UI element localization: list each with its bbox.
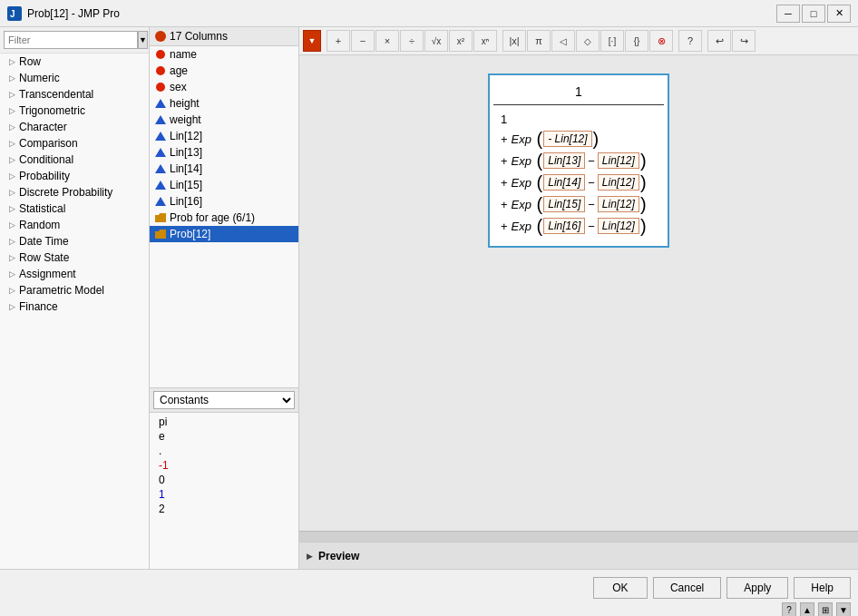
column-item[interactable]: Lin[13]: [150, 144, 298, 161]
minimize-button[interactable]: ─: [776, 5, 800, 23]
inner-6a[interactable]: Lin[16]: [543, 218, 585, 234]
add-btn[interactable]: +: [327, 30, 350, 52]
column-item[interactable]: Prob for age (6/1): [150, 210, 298, 226]
logic-btn[interactable]: ◇: [576, 30, 600, 52]
ok-button[interactable]: OK: [593, 577, 648, 599]
column-item[interactable]: sex: [150, 79, 298, 95]
exp-func-6: Exp: [512, 220, 531, 233]
column-name: Lin[14]: [170, 162, 202, 175]
subtract-btn[interactable]: −: [351, 30, 375, 52]
category-item[interactable]: ▷Numeric: [0, 70, 149, 86]
inner-4b[interactable]: Lin[12]: [598, 174, 639, 191]
bracket-btn[interactable]: [·]: [600, 30, 624, 52]
divide-btn[interactable]: ÷: [400, 30, 424, 52]
category-item[interactable]: ▷Character: [0, 119, 149, 135]
category-item[interactable]: ▷Row: [0, 54, 149, 70]
constant-item[interactable]: 2: [155, 502, 293, 516]
op-5: +: [501, 198, 508, 211]
undo-btn[interactable]: ↩: [707, 30, 731, 52]
constant-item[interactable]: -1: [155, 458, 293, 473]
rparen-2: ): [593, 130, 604, 148]
formula-denominator: 1 + Exp ( - Lin[12] ) +: [493, 105, 664, 242]
category-arrow: ▷: [9, 90, 15, 99]
column-name: Lin[16]: [170, 195, 202, 208]
inner-3a[interactable]: Lin[13]: [543, 152, 585, 169]
constant-item[interactable]: .: [155, 444, 293, 458]
category-arrow: ▷: [9, 73, 15, 83]
apply-button[interactable]: Apply: [726, 577, 788, 599]
inner-5b[interactable]: Lin[12]: [598, 196, 639, 212]
category-item[interactable]: ▷Date Time: [0, 233, 149, 249]
constant-item[interactable]: pi: [155, 415, 293, 429]
inner-5a[interactable]: Lin[15]: [543, 196, 585, 212]
constant-item[interactable]: e: [155, 429, 293, 444]
constant-item[interactable]: 0: [155, 473, 293, 487]
multiply-btn[interactable]: ×: [375, 30, 399, 52]
lparen-4: (: [531, 173, 542, 191]
category-item[interactable]: ▷Conditional: [0, 152, 149, 168]
column-item[interactable]: height: [150, 95, 298, 112]
column-item[interactable]: Prob[12]: [150, 226, 298, 242]
column-item[interactable]: name: [150, 46, 298, 63]
pi-btn[interactable]: π: [527, 30, 551, 52]
formula-scrollbar[interactable]: [299, 531, 858, 542]
category-item[interactable]: ▷Row State: [0, 249, 149, 266]
abs-btn[interactable]: |x|: [502, 30, 526, 52]
minus-6: −: [588, 220, 595, 233]
delete-btn[interactable]: ⊗: [649, 30, 673, 52]
preview-section: ▶ Preview: [299, 542, 858, 569]
inner-4a[interactable]: Lin[14]: [543, 174, 585, 191]
column-item[interactable]: Lin[16]: [150, 193, 298, 210]
column-item[interactable]: Lin[14]: [150, 161, 298, 177]
column-item[interactable]: weight: [150, 112, 298, 128]
column-item[interactable]: age: [150, 63, 298, 79]
category-item[interactable]: ▷Discrete Probability: [0, 184, 149, 200]
category-item[interactable]: ▷Comparison: [0, 135, 149, 152]
close-button[interactable]: ✕: [827, 5, 851, 23]
constants-dropdown[interactable]: Constants: [153, 391, 295, 409]
status-icon-2[interactable]: ▲: [800, 602, 814, 616]
category-item[interactable]: ▷Random: [0, 217, 149, 233]
category-item[interactable]: ▷Assignment: [0, 266, 149, 282]
category-item[interactable]: ▷Transcendental: [0, 86, 149, 103]
sqrt-btn[interactable]: √x: [424, 30, 448, 52]
constant-item[interactable]: 1: [155, 487, 293, 502]
compare-btn[interactable]: ◁: [551, 30, 575, 52]
inner-3b[interactable]: Lin[12]: [598, 152, 639, 169]
inner-2[interactable]: - Lin[12]: [543, 131, 591, 147]
column-item[interactable]: Lin[12]: [150, 128, 298, 144]
category-item[interactable]: ▷Trigonometric: [0, 103, 149, 119]
category-label: Conditional: [19, 153, 73, 166]
help-formula-btn[interactable]: ?: [678, 30, 702, 52]
square-btn[interactable]: x²: [449, 30, 473, 52]
category-item[interactable]: ▷Probability: [0, 168, 149, 184]
column-item[interactable]: Lin[15]: [150, 177, 298, 193]
category-item[interactable]: ▷Finance: [0, 298, 149, 315]
status-icon-1[interactable]: ?: [782, 602, 796, 616]
column-name: Lin[13]: [170, 146, 202, 159]
status-icon-3[interactable]: ⊞: [818, 602, 833, 616]
filter-input[interactable]: [4, 31, 138, 49]
category-item[interactable]: ▷Statistical: [0, 200, 149, 217]
formula-mode-btn[interactable]: ▼: [303, 30, 321, 52]
script-btn[interactable]: {}: [625, 30, 648, 52]
formula-display-area[interactable]: 1 1 + Exp ( - Lin[12]: [299, 55, 858, 531]
category-arrow: ▷: [9, 204, 15, 213]
inner-6b[interactable]: Lin[12]: [598, 218, 639, 234]
formula-denom-row-5: + Exp ( Lin[15] − Lin[12] ): [501, 193, 657, 215]
help-button[interactable]: Help: [794, 577, 851, 599]
filter-arrow-btn[interactable]: ▼: [138, 31, 148, 49]
category-arrow: ▷: [9, 253, 15, 262]
maximize-button[interactable]: □: [802, 5, 825, 23]
status-icon-4[interactable]: ▼: [836, 602, 851, 616]
red-circle-icon: [155, 65, 166, 76]
preview-toggle[interactable]: ▶: [307, 552, 313, 561]
columns-header-label: 17 Columns: [170, 30, 228, 43]
cancel-button[interactable]: Cancel: [653, 577, 721, 599]
exp-func-5: Exp: [512, 198, 531, 211]
power-btn[interactable]: xⁿ: [473, 30, 497, 52]
category-item[interactable]: ▷Parametric Model: [0, 282, 149, 298]
minus-4: −: [588, 176, 595, 190]
redo-btn[interactable]: ↪: [732, 30, 756, 52]
window-title: Prob[12] - JMP Pro: [27, 7, 776, 20]
